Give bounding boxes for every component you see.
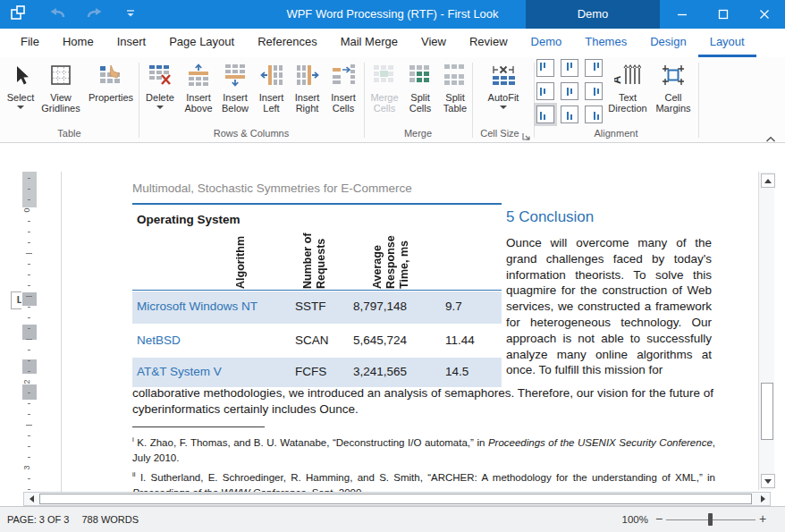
properties-icon	[86, 60, 136, 90]
cell-margins-button[interactable]: Cell Margins	[650, 60, 696, 128]
scroll-up-button[interactable]	[761, 173, 775, 188]
insert-above-button[interactable]: Insert Above	[181, 60, 216, 128]
word-count[interactable]: 788 WORDS	[82, 514, 139, 525]
align-top-right-button[interactable]	[585, 59, 603, 77]
scroll-left-button[interactable]	[25, 493, 38, 505]
split-table-button[interactable]: Split Table	[438, 60, 472, 128]
undo-icon[interactable]	[46, 5, 66, 23]
insert-right-button[interactable]: Insert Right	[290, 60, 325, 128]
horizontal-scroll-thumb[interactable]	[39, 494, 752, 504]
page-indicator[interactable]: PAGE: 3 OF 3	[7, 514, 70, 525]
chevron-down-icon	[500, 106, 507, 109]
tab-file[interactable]: File	[9, 29, 51, 57]
align-bottom-center-button[interactable]	[561, 106, 578, 123]
align-middle-left-button[interactable]	[536, 82, 554, 100]
group-separator	[698, 63, 699, 138]
group-separator	[364, 63, 365, 138]
conclusion-paragraph: Ounce will overcome many of the grand ch…	[506, 235, 712, 378]
requests-cell: 8,797,148	[353, 300, 407, 313]
delete-button[interactable]: Delete	[141, 60, 179, 128]
insert-right-icon	[290, 60, 325, 90]
tab-references[interactable]: References	[246, 29, 328, 57]
autofit-button[interactable]: AutoFit	[477, 60, 529, 128]
ruler-number: 0	[22, 207, 31, 212]
table-row: NetBSD SCAN 5,645,724 11.44	[132, 324, 502, 358]
minimize-button[interactable]	[662, 0, 703, 29]
zoom-slider-thumb[interactable]	[708, 513, 713, 526]
chevron-down-icon	[17, 106, 24, 109]
scroll-right-button[interactable]	[756, 493, 769, 505]
split-cells-button[interactable]: Split Cells	[403, 60, 437, 128]
zoom-level[interactable]: 100%	[622, 507, 648, 532]
os-cell: AT&T System V	[137, 365, 222, 378]
tab-layout[interactable]: Layout	[698, 29, 756, 57]
ruler-number: 3	[22, 465, 31, 469]
algorithm-cell: FCFS	[295, 365, 326, 378]
align-top-center-button[interactable]	[561, 59, 578, 77]
insert-left-button[interactable]: Insert Left	[254, 60, 289, 128]
text-direction-button[interactable]: A Text Direction	[606, 60, 649, 128]
group-label-cell-size: Cell Size	[472, 128, 528, 140]
maximize-button[interactable]	[703, 0, 744, 29]
split-cells-icon	[403, 60, 437, 90]
app-icon[interactable]	[9, 4, 27, 25]
table-row: Microsoft Windows NT SSTF 8,797,148 9.7	[132, 291, 502, 324]
merge-cells-icon	[367, 60, 402, 90]
close-button[interactable]	[744, 0, 785, 29]
insert-below-button[interactable]: Insert Below	[217, 60, 253, 128]
view-gridlines-icon	[38, 60, 84, 90]
insert-below-icon	[217, 60, 253, 90]
tab-themes[interactable]: Themes	[573, 29, 638, 57]
document-page[interactable]: Multimodal, Stochastic Symmetries for E-…	[38, 172, 758, 492]
response-cell: 11.44	[445, 334, 475, 347]
group-label-rows-columns: Rows & Columns	[139, 128, 364, 140]
vertical-scrollbar[interactable]	[758, 172, 774, 490]
customize-qat-icon[interactable]	[125, 6, 136, 22]
align-middle-center-button[interactable]	[561, 82, 578, 100]
horizontal-scrollbar[interactable]	[23, 492, 771, 506]
redo-icon[interactable]	[86, 5, 106, 23]
align-bottom-left-button[interactable]	[536, 106, 554, 123]
insert-above-icon	[181, 60, 216, 90]
align-middle-right-button[interactable]	[585, 82, 603, 100]
view-gridlines-button[interactable]: View Gridlines	[38, 60, 84, 128]
table-header-number-of-requests: Number of Requests	[301, 214, 329, 289]
tab-insert[interactable]: Insert	[106, 29, 158, 57]
properties-button[interactable]: Properties	[86, 60, 136, 128]
tab-home[interactable]: Home	[51, 29, 106, 57]
requests-cell: 3,241,565	[353, 365, 407, 378]
table-header-operating-system: Operating System	[137, 213, 241, 226]
title-bar[interactable]: WPF Word Processing (RTF) - First Look D…	[0, 0, 785, 29]
delete-icon	[141, 60, 179, 90]
tab-review[interactable]: Review	[458, 29, 519, 57]
tab-design[interactable]: Design	[638, 29, 697, 57]
table-header-average-response: Average Response Time, ms	[371, 214, 412, 289]
tab-mail-merge[interactable]: Mail Merge	[329, 29, 409, 57]
tab-view[interactable]: View	[409, 29, 458, 57]
response-cell: 14.5	[445, 365, 468, 378]
vertical-scroll-thumb[interactable]	[761, 383, 773, 440]
application-window: WPF Word Processing (RTF) - First Look D…	[0, 0, 785, 532]
group-label-table: Table	[0, 128, 139, 140]
svg-text:A: A	[614, 75, 623, 84]
scroll-down-button[interactable]	[761, 474, 775, 488]
insert-cells-button[interactable]: Insert Cells	[325, 60, 361, 128]
autofit-icon	[477, 60, 529, 90]
split-table-icon	[438, 60, 472, 90]
os-cell: NetBSD	[137, 334, 181, 347]
cell-alignment-grid	[536, 59, 608, 131]
align-bottom-right-button[interactable]	[585, 106, 603, 123]
tab-page-layout[interactable]: Page Layout	[157, 29, 246, 57]
tab-demo[interactable]: Demo	[519, 29, 574, 57]
demo-title-section[interactable]: Demo	[526, 0, 660, 29]
zoom-out-button[interactable]: −	[655, 507, 663, 532]
select-button[interactable]: Select	[4, 60, 38, 128]
table-row: AT&T System V FCFS 3,241,565 14.5	[132, 358, 502, 387]
ribbon-layout-content: Select View Gridlines Properties Table D…	[0, 57, 785, 143]
align-top-left-button[interactable]	[536, 59, 554, 77]
document-heading: Multimodal, Stochastic Symmetries for E-…	[132, 182, 412, 195]
table-row-marker[interactable]	[22, 325, 37, 340]
vertical-ruler[interactable]: 023	[21, 172, 38, 499]
zoom-in-button[interactable]: +	[759, 507, 766, 532]
table-row-marker[interactable]	[22, 292, 37, 306]
